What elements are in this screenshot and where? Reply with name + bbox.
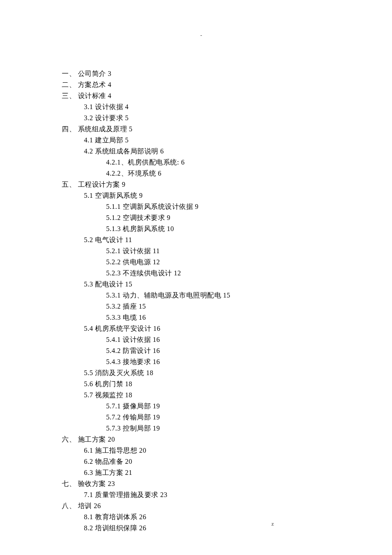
toc-entry: 5.1.2 空调技术要求 9: [62, 212, 392, 223]
toc-entry: 一、 公司简介 3: [62, 68, 392, 79]
toc-entry: 二、 方案总术 4: [62, 79, 392, 90]
toc-entry: 5.3.1 动力、辅助电源及市电照明配电 15: [62, 290, 392, 301]
toc-entry: 5.1.1 空调新风系统设计依据 9: [62, 201, 392, 212]
toc-entry: 4.2 系统组成各局部说明 6: [62, 146, 392, 157]
toc-entry: 3.1 设计依据 4: [62, 101, 392, 113]
toc-entry: 5.2.1 设计依据 11: [62, 246, 392, 257]
toc-entry: 三、 设计标准 4: [62, 90, 392, 101]
toc-entry: 五、 工程设计方案 9: [62, 179, 392, 190]
toc-entry: 5.4 机房系统平安设计 16: [62, 323, 392, 334]
toc-entry: 5.7.2 传输局部 19: [62, 412, 392, 423]
toc-entry: 5.4.2 防雷设计 16: [62, 345, 392, 356]
toc-entry: 4.2.1、机房供配电系统: 6: [62, 157, 392, 168]
toc-entry: 6.1 施工指导思想 20: [62, 445, 392, 456]
toc-entry: 3.2 设计要求 5: [62, 113, 392, 124]
toc-entry: 八、 培训 26: [62, 500, 392, 512]
toc-entry: 5.3 配电设计 15: [62, 279, 392, 290]
header-mark: -: [200, 32, 202, 39]
toc-entry: 5.4.1 设计依据 16: [62, 334, 392, 345]
toc-entry: 5.7.1 摄像局部 19: [62, 401, 392, 412]
toc-entry: 5.7 视频监控 18: [62, 390, 392, 401]
toc-entry: 5.3.3 电缆 16: [62, 312, 392, 323]
toc-entry: 5.4.3 接地要求 16: [62, 356, 392, 367]
toc-entry: 4.2.2、环境系统 6: [62, 168, 392, 179]
footer-dot: .: [97, 520, 99, 527]
toc-entry: 四、 系统组成及原理 5: [62, 124, 392, 135]
footer-z: z: [271, 520, 274, 527]
toc-entry: 8.2 培训组织保障 26: [62, 523, 392, 534]
toc-entry: 8.1 教育培训体系 26: [62, 512, 392, 523]
toc-entry: 5.6 机房门禁 18: [62, 379, 392, 390]
toc-entry: 5.2 电气设计 11: [62, 234, 392, 246]
toc-entry: 六、 施工方案 20: [62, 434, 392, 445]
toc-entry: 5.5 消防及灭火系统 18: [62, 367, 392, 379]
toc-entry: 5.2.3 不连续供电设计 12: [62, 268, 392, 279]
toc-entry: 5.7.3 控制局部 19: [62, 423, 392, 434]
toc-entry: 5.1.3 机房新风系统 10: [62, 223, 392, 234]
toc-entry: 5.3.2 插座 15: [62, 301, 392, 312]
toc-container: 一、 公司简介 3二、 方案总术 4三、 设计标准 43.1 设计依据 43.2…: [0, 0, 392, 534]
toc-entry: 7.1 质量管理措施及要求 23: [62, 489, 392, 500]
toc-entry: 6.2 物品准备 20: [62, 456, 392, 467]
toc-entry: 5.1 空调新风系统 9: [62, 190, 392, 201]
toc-entry: 6.3 施工方案 21: [62, 467, 392, 478]
toc-entry: 4.1 建立局部 5: [62, 135, 392, 146]
toc-entry: 5.2.2 供电电源 12: [62, 257, 392, 268]
toc-entry: 七、 验收方案 23: [62, 478, 392, 489]
